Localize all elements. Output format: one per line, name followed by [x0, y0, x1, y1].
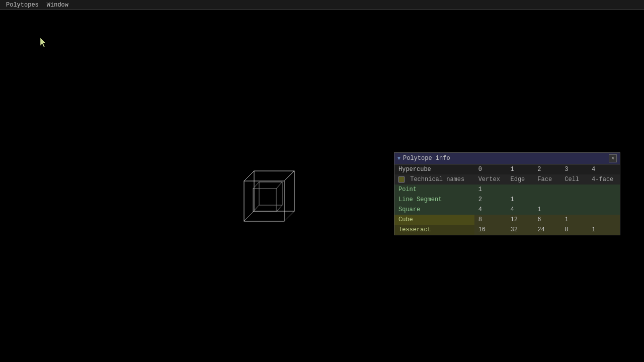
header-col0: 0 [474, 164, 507, 174]
svg-line-6 [244, 211, 254, 221]
row-name-cube: Cube [394, 215, 474, 225]
header-col4: 4 [588, 164, 620, 174]
menu-polytopes[interactable]: Polytopes [2, 0, 43, 10]
point-val2 [533, 185, 560, 195]
tech-4face: 4-face [588, 174, 620, 185]
menu-window[interactable]: Window [43, 0, 72, 10]
header-col2: 2 [533, 164, 560, 174]
tesseract-val0: 16 [474, 225, 507, 235]
square-val0: 4 [474, 205, 507, 215]
lineseg-val4 [588, 195, 620, 205]
svg-line-4 [284, 171, 294, 181]
tech-names-label: Technical names [394, 174, 474, 185]
lineseg-val3 [560, 195, 588, 205]
cube-val3: 1 [560, 215, 588, 225]
point-val1 [506, 185, 533, 195]
cube-val4 [588, 215, 620, 225]
row-name-square: Square [394, 205, 474, 215]
table-row-linesegment: Line Segment 2 1 [394, 195, 620, 205]
close-button[interactable]: × [609, 154, 617, 162]
table-row-point: Point 1 [394, 185, 620, 195]
svg-line-9 [276, 182, 282, 189]
tesseract-val1: 32 [506, 225, 533, 235]
square-val1: 4 [506, 205, 533, 215]
point-val3 [560, 185, 588, 195]
cube-val0: 8 [474, 215, 507, 225]
panel-arrow: ▼ [397, 156, 400, 161]
row-name-tesseract: Tesseract [394, 225, 474, 235]
svg-line-10 [276, 205, 282, 212]
tech-cell: Cell [560, 174, 588, 185]
tech-names-row: Technical names Vertex Edge Face Cell 4-… [394, 174, 620, 185]
row-name-point: Point [394, 185, 474, 195]
tesseract-val2: 24 [533, 225, 560, 235]
square-val4 [588, 205, 620, 215]
table-header-row: Hypercube 0 1 2 3 4 [394, 164, 620, 174]
header-col3: 3 [560, 164, 588, 174]
tech-vertex: Vertex [474, 174, 507, 185]
svg-line-5 [284, 211, 294, 221]
tesseract-val3: 8 [560, 225, 588, 235]
cube-val1: 12 [506, 215, 533, 225]
cube-wireframe [224, 161, 304, 241]
svg-line-3 [244, 171, 254, 181]
info-table: Hypercube 0 1 2 3 4 Technical names Vert… [394, 164, 620, 235]
row-name-linesegment: Line Segment [394, 195, 474, 205]
header-col1: 1 [506, 164, 533, 174]
info-panel: ▼ Polytope info × Hypercube 0 1 2 3 4 [394, 152, 620, 235]
header-hypercube: Hypercube [394, 164, 474, 174]
table-row-cube: Cube 8 12 6 1 [394, 215, 620, 225]
panel-titlebar: ▼ Polytope info × [394, 153, 620, 164]
point-val4 [588, 185, 620, 195]
menubar: Polytopes Window [0, 0, 644, 10]
svg-marker-0 [40, 38, 46, 47]
canvas-area[interactable]: ▼ Polytope info × Hypercube 0 1 2 3 4 [0, 10, 644, 362]
tech-edge: Edge [506, 174, 533, 185]
panel-title: Polytope info [403, 155, 450, 162]
square-val2: 1 [533, 205, 560, 215]
square-val3 [560, 205, 588, 215]
point-val0: 1 [474, 185, 507, 195]
table-row-square: Square 4 4 1 [394, 205, 620, 215]
cube-val2: 6 [533, 215, 560, 225]
tech-face: Face [533, 174, 560, 185]
tesseract-val4: 1 [588, 225, 620, 235]
table-row-tesseract: Tesseract 16 32 24 8 1 [394, 225, 620, 235]
lineseg-val1: 1 [506, 195, 533, 205]
color-swatch [398, 176, 405, 183]
lineseg-val0: 2 [474, 195, 507, 205]
cursor [40, 38, 48, 48]
lineseg-val2 [533, 195, 560, 205]
